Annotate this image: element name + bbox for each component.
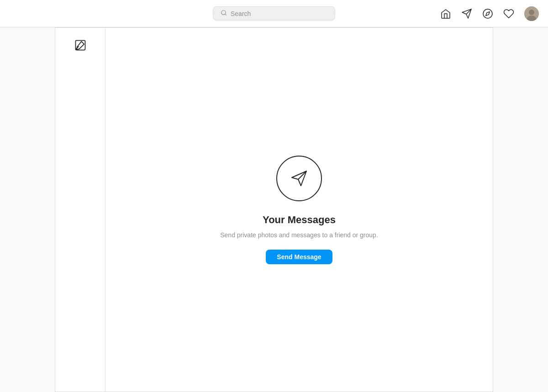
messages-subtitle: Send private photos and messages to a fr… bbox=[220, 231, 378, 239]
compose-button[interactable] bbox=[70, 35, 90, 55]
svg-point-4 bbox=[483, 9, 492, 18]
sidebar bbox=[55, 28, 105, 392]
nav-center bbox=[186, 6, 363, 21]
send-icon bbox=[288, 167, 310, 189]
messages-icon-circle bbox=[276, 156, 322, 201]
main-layout: Your Messages Send private photos and me… bbox=[55, 27, 493, 392]
nav-right bbox=[362, 6, 539, 21]
messages-title: Your Messages bbox=[263, 214, 336, 226]
search-input[interactable] bbox=[231, 10, 327, 17]
direct-icon[interactable] bbox=[461, 8, 472, 19]
explore-icon[interactable] bbox=[482, 8, 493, 19]
content-area: Your Messages Send private photos and me… bbox=[105, 28, 493, 392]
svg-line-1 bbox=[225, 14, 227, 16]
svg-marker-5 bbox=[486, 11, 490, 15]
svg-point-7 bbox=[529, 10, 534, 15]
top-nav bbox=[0, 0, 548, 27]
profile-avatar[interactable] bbox=[524, 6, 539, 21]
search-icon bbox=[221, 10, 227, 17]
send-message-button[interactable]: Send Message bbox=[266, 250, 332, 264]
heart-icon[interactable] bbox=[503, 8, 514, 19]
search-box[interactable] bbox=[213, 6, 335, 21]
home-icon[interactable] bbox=[440, 8, 451, 19]
